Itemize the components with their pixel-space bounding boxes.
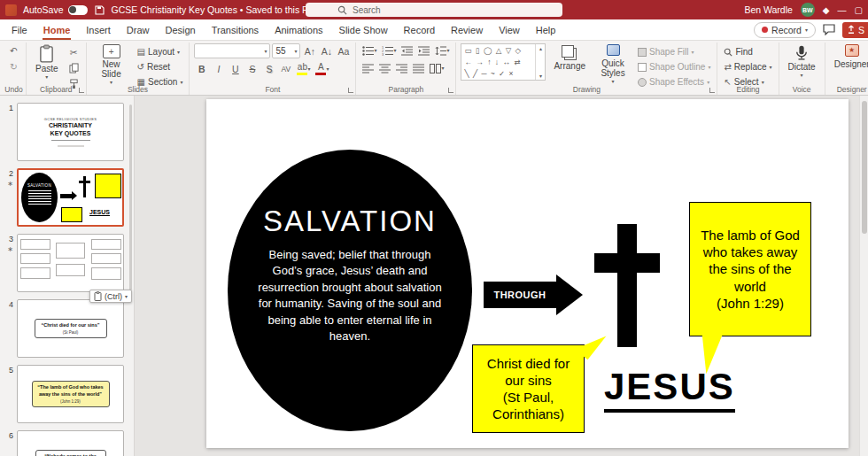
shapes-gallery[interactable]: ▭ ▯ ◯ △ ▽ ◇ ← → ↑ ↓ ↔ ⇄ ╲ ╱ ─ ~ ✓ × ▴ ▾ [461, 43, 546, 81]
record-button[interactable]: Record ▾ [754, 22, 816, 38]
shapes-row-2[interactable]: ← → ↑ ↓ ↔ ⇄ [464, 58, 532, 66]
share-button[interactable]: S [842, 22, 868, 38]
line-spacing-button[interactable]: ▾ [433, 43, 451, 58]
character-spacing-button[interactable]: AV [278, 62, 293, 76]
clipboard-dialog-launcher[interactable] [79, 88, 84, 93]
paul-callout-shape[interactable]: Christ died for our sins (St Paul, Corin… [472, 344, 585, 433]
justify-button[interactable] [411, 61, 426, 75]
slide-thumbnail-3[interactable] [17, 234, 124, 292]
slide-thumbnail-6[interactable]: “Nobody comes to the Father except throu… [17, 430, 124, 456]
tab-file[interactable]: File [4, 19, 35, 40]
slide-thumbnail-1[interactable]: GCSE RELIGIOUS STUDIES CHRISTIANITY KEY … [17, 103, 124, 161]
comments-button[interactable] [823, 24, 835, 35]
align-right-button[interactable] [394, 61, 409, 75]
salvation-definition-text[interactable]: Being saved; belief that through God’s g… [256, 247, 444, 345]
bullets-button[interactable]: ▾ [360, 43, 378, 58]
paste-options-button[interactable]: (Ctrl) ▾ [89, 290, 132, 303]
save-icon[interactable] [95, 5, 105, 15]
shapes-row-1[interactable]: ▭ ▯ ◯ △ ▽ ◇ [464, 46, 532, 55]
autosave-toggle[interactable]: AutoSave [23, 4, 88, 15]
paragraph-dialog-launcher[interactable] [448, 88, 453, 93]
shape-fill-button[interactable]: Shape Fill ▾ [636, 45, 712, 58]
slide-editing-surface[interactable]: SALVATION Being saved; belief that throu… [206, 99, 849, 448]
main-scrollbar-thumb[interactable] [862, 101, 867, 234]
dictate-button[interactable]: Dictate ▾ [784, 43, 820, 79]
slide-thumbnail-4[interactable]: “Christ died for our sins” (St Paul) [17, 299, 124, 358]
mini-text-lines [28, 190, 51, 205]
undo-button[interactable]: ↶ [6, 43, 21, 58]
font-name-select[interactable]: ▾ [194, 43, 270, 58]
document-title[interactable]: GCSE Christianity Key Quotes • Saved to … [112, 4, 322, 15]
decrease-indent-button[interactable] [399, 43, 415, 58]
redo-button[interactable]: ↻ [6, 59, 21, 73]
tab-review[interactable]: Review [443, 19, 491, 40]
tab-design[interactable]: Design [157, 19, 203, 40]
designer-button[interactable]: ★ Designer [830, 43, 868, 70]
quick-styles-button[interactable]: Quick Styles ▾ [593, 43, 632, 85]
shapes-scroll-down[interactable]: ▾ [539, 73, 542, 79]
user-avatar[interactable]: BW [801, 3, 815, 17]
through-arrow-shape[interactable]: THROUGH [484, 274, 583, 315]
tab-help[interactable]: Help [528, 19, 564, 40]
tab-home[interactable]: Home [35, 19, 79, 40]
slide-canvas[interactable]: SALVATION Being saved; belief that throu… [136, 96, 859, 456]
highlight-color-button[interactable]: ab ▾ [295, 62, 312, 76]
shape-fill-icon [638, 48, 647, 57]
tab-draw[interactable]: Draw [119, 19, 158, 40]
cut-button[interactable]: ✂ [66, 45, 81, 59]
text-shadow-button[interactable]: S [261, 62, 276, 76]
arrange-button[interactable]: Arrange [549, 43, 590, 72]
slide-thumbnail-2-selected[interactable]: SALVATION JESUS [17, 168, 124, 227]
layout-button[interactable]: ▤ Layout ▾ [136, 45, 185, 58]
restore-button[interactable]: ▢ [855, 5, 863, 15]
autosave-switch[interactable] [68, 5, 88, 15]
tab-animations[interactable]: Animations [267, 19, 330, 40]
strikethrough-button[interactable]: S [244, 62, 260, 76]
user-name[interactable]: Ben Wardle [744, 4, 792, 15]
tab-transitions[interactable]: Transitions [204, 19, 267, 40]
decrease-font-button[interactable]: A↓ [319, 44, 334, 58]
salvation-ellipse-shape[interactable]: SALVATION Being saved; belief that throu… [228, 150, 472, 431]
find-button[interactable]: Find [722, 45, 773, 58]
cross-shape[interactable] [594, 224, 660, 347]
panel-scrollbar[interactable] [129, 104, 132, 290]
copy-button[interactable] [66, 61, 81, 75]
slide-title-text[interactable]: SALVATION [263, 205, 437, 238]
tab-view[interactable]: View [491, 19, 528, 40]
jesus-text[interactable]: JESUS [604, 366, 735, 413]
shape-outline-button[interactable]: Shape Outline ▾ [636, 60, 712, 73]
increase-font-button[interactable]: A↑ [302, 44, 317, 58]
underline-button[interactable]: U [228, 62, 243, 76]
columns-button[interactable]: ▾ [428, 61, 446, 75]
increase-indent-button[interactable] [416, 43, 431, 58]
drawing-dialog-launcher[interactable] [709, 88, 715, 93]
change-case-button[interactable]: Aa [336, 44, 351, 58]
reset-button[interactable]: ↺ Reset [136, 60, 185, 73]
paste-button[interactable]: Paste ▾ [31, 43, 63, 81]
dictate-chevron-icon: ▾ [801, 73, 803, 78]
align-left-button[interactable] [360, 61, 376, 75]
lamb-callout-shape[interactable]: The lamb of God who takes away the sins … [689, 202, 811, 336]
shapes-scroll-up[interactable]: ▴ [539, 45, 542, 51]
search-input[interactable]: Search [306, 3, 562, 17]
align-center-button[interactable] [377, 61, 392, 75]
tab-insert[interactable]: Insert [78, 19, 119, 40]
numbering-button[interactable]: 123 ▾ [380, 43, 398, 58]
features-icon[interactable]: ◆ [823, 5, 830, 15]
font-dialog-launcher[interactable] [348, 88, 353, 93]
replace-button[interactable]: ⇄ Replace ▾ [722, 60, 773, 73]
tab-record[interactable]: Record [396, 19, 443, 40]
font-size-chevron-icon: ▾ [294, 49, 297, 54]
font-color-button[interactable]: A ▾ [314, 62, 330, 76]
bold-button[interactable]: B [194, 62, 209, 76]
slide-thumbnail-panel[interactable]: 1 GCSE RELIGIOUS STUDIES CHRISTIANITY KE… [0, 96, 135, 456]
font-size-select[interactable]: 55 ▾ [272, 43, 300, 58]
powerpoint-icon[interactable] [5, 4, 17, 16]
main-scrollbar[interactable] [859, 96, 868, 456]
tab-slide-show[interactable]: Slide Show [331, 19, 396, 40]
slide-thumbnail-5[interactable]: “The lamb of God who takes away the sins… [17, 365, 124, 423]
italic-button[interactable]: I [211, 62, 226, 76]
minimize-button[interactable]: — [838, 5, 847, 15]
new-slide-button[interactable]: + New Slide ▾ [91, 43, 132, 86]
shapes-row-3[interactable]: ╲ ╱ ─ ~ ✓ × [464, 69, 532, 78]
